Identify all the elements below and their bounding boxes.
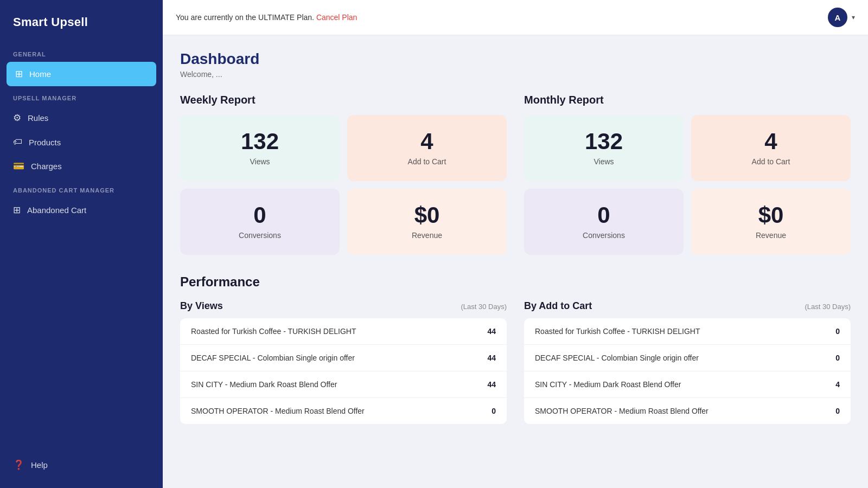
perf-by-add-to-cart-title: By Add to Cart [524,300,592,312]
table-row: Roasted for Turkish Coffee - TURKISH DEL… [180,318,507,345]
sidebar-section-general: GENERAL [0,42,163,62]
home-icon: ⊞ [15,68,23,80]
monthly-add-to-cart-label: Add to Cart [752,157,790,166]
perf-row-value: 0 [824,354,840,362]
perf-row-name: SIN CITY - Medium Dark Roast Blend Offer [191,380,471,389]
perf-row-name: DECAF SPECIAL - Colombian Single origin … [535,354,815,362]
monthly-add-to-cart-card: 4 Add to Cart [691,115,851,181]
table-row: SMOOTH OPERATOR - Medium Roast Blend Off… [180,398,507,424]
perf-by-views-table: Roasted for Turkish Coffee - TURKISH DEL… [180,318,507,424]
weekly-conversions-card: 0 Conversions [180,189,340,255]
app-logo: Smart Upsell [0,0,163,42]
sidebar-item-charges[interactable]: 💳 Charges [0,154,163,178]
perf-row-name: SMOOTH OPERATOR - Medium Roast Blend Off… [191,407,471,415]
sidebar-item-home-label: Home [29,69,51,79]
charges-icon: 💳 [13,160,24,172]
cancel-plan-link[interactable]: Cancel Plan [316,13,358,22]
weekly-report-title: Weekly Report [180,94,507,106]
sidebar-item-help[interactable]: ❓ Help [0,453,163,477]
weekly-report: Weekly Report 132 Views 4 Add to Cart 0 … [180,94,507,255]
sidebar-item-charges-label: Charges [31,162,62,171]
performance-title: Performance [180,274,851,290]
sidebar-item-rules-label: Rules [28,113,48,123]
table-row: SMOOTH OPERATOR - Medium Roast Blend Off… [524,398,851,424]
monthly-revenue-label: Revenue [756,231,786,240]
monthly-add-to-cart-value: 4 [764,130,777,153]
help-icon: ❓ [13,459,24,471]
perf-by-views-period: (Last 30 Days) [461,303,507,311]
user-menu[interactable]: A ▾ [828,8,855,27]
abandoned-cart-icon: ⊞ [13,204,21,216]
monthly-revenue-value: $0 [758,204,784,227]
monthly-report-title: Monthly Report [524,94,851,106]
banner-text: You are currently on the ULTIMATE Plan. … [176,13,357,22]
weekly-add-to-cart-card: 4 Add to Cart [347,115,507,181]
dashboard: Dashboard Welcome, ... Weekly Report 132… [163,35,868,488]
top-banner: You are currently on the ULTIMATE Plan. … [163,0,868,35]
monthly-conversions-card: 0 Conversions [524,189,684,255]
perf-row-name: DECAF SPECIAL - Colombian Single origin … [191,354,471,362]
table-row: SIN CITY - Medium Dark Roast Blend Offer… [180,371,507,398]
monthly-report: Monthly Report 132 Views 4 Add to Cart 0… [524,94,851,255]
weekly-revenue-value: $0 [414,204,440,227]
monthly-views-label: Views [593,157,614,166]
weekly-add-to-cart-value: 4 [420,130,433,153]
sidebar-item-products[interactable]: 🏷 Products [0,130,163,154]
perf-row-name: Roasted for Turkish Coffee - TURKISH DEL… [191,327,471,336]
weekly-conversions-label: Conversions [239,231,281,240]
monthly-revenue-card: $0 Revenue [691,189,851,255]
perf-row-name: SIN CITY - Medium Dark Roast Blend Offer [535,380,815,389]
weekly-add-to-cart-label: Add to Cart [408,157,446,166]
perf-row-value: 44 [480,380,496,389]
monthly-conversions-label: Conversions [583,231,625,240]
perf-row-value: 4 [824,380,840,389]
weekly-revenue-label: Revenue [412,231,442,240]
reports-grid: Weekly Report 132 Views 4 Add to Cart 0 … [180,94,851,255]
perf-row-value: 0 [824,327,840,336]
sidebar-section-abandoned: ABANDONED CART MANAGER [0,178,163,198]
perf-row-value: 44 [480,354,496,362]
sidebar-item-help-label: Help [31,460,48,470]
sidebar-item-abandoned-cart-label: Abandoned Cart [27,206,86,215]
perf-by-views: By Views (Last 30 Days) Roasted for Turk… [180,300,507,424]
table-row: Roasted for Turkish Coffee - TURKISH DEL… [524,318,851,345]
monthly-views-value: 132 [585,130,623,153]
sidebar-item-rules[interactable]: ⚙ Rules [0,106,163,130]
sidebar-section-upsell: UPSELL MANAGER [0,86,163,106]
main-content: You are currently on the ULTIMATE Plan. … [163,0,868,488]
table-row: DECAF SPECIAL - Colombian Single origin … [524,345,851,371]
perf-by-add-to-cart-table: Roasted for Turkish Coffee - TURKISH DEL… [524,318,851,424]
user-avatar[interactable]: A [828,8,847,27]
perf-row-value: 0 [824,407,840,415]
weekly-conversions-value: 0 [253,204,266,227]
weekly-revenue-card: $0 Revenue [347,189,507,255]
welcome-text: Welcome, ... [180,70,851,79]
weekly-views-card: 132 Views [180,115,340,181]
monthly-report-cards: 132 Views 4 Add to Cart 0 Conversions $0… [524,115,851,255]
perf-by-views-header: By Views (Last 30 Days) [180,300,507,312]
monthly-conversions-value: 0 [597,204,610,227]
perf-by-add-to-cart: By Add to Cart (Last 30 Days) Roasted fo… [524,300,851,424]
rules-icon: ⚙ [13,112,21,124]
monthly-views-card: 132 Views [524,115,684,181]
sidebar-item-home[interactable]: ⊞ Home [7,62,156,86]
table-row: DECAF SPECIAL - Colombian Single origin … [180,345,507,371]
products-icon: 🏷 [13,137,22,147]
perf-row-name: Roasted for Turkish Coffee - TURKISH DEL… [535,327,815,336]
perf-row-value: 44 [480,327,496,336]
perf-by-add-to-cart-period: (Last 30 Days) [805,303,851,311]
page-title: Dashboard [180,50,851,68]
weekly-views-label: Views [250,157,270,166]
sidebar-item-products-label: Products [29,138,61,147]
performance-grid: By Views (Last 30 Days) Roasted for Turk… [180,300,851,424]
sidebar: Smart Upsell GENERAL ⊞ Home UPSELL MANAG… [0,0,163,488]
sidebar-item-abandoned-cart[interactable]: ⊞ Abandoned Cart [0,198,163,222]
chevron-down-icon: ▾ [852,14,855,21]
perf-row-name: SMOOTH OPERATOR - Medium Roast Blend Off… [535,407,815,415]
weekly-views-value: 132 [241,130,279,153]
perf-by-add-to-cart-header: By Add to Cart (Last 30 Days) [524,300,851,312]
perf-row-value: 0 [480,407,496,415]
table-row: SIN CITY - Medium Dark Roast Blend Offer… [524,371,851,398]
weekly-report-cards: 132 Views 4 Add to Cart 0 Conversions $0… [180,115,507,255]
perf-by-views-title: By Views [180,300,223,312]
